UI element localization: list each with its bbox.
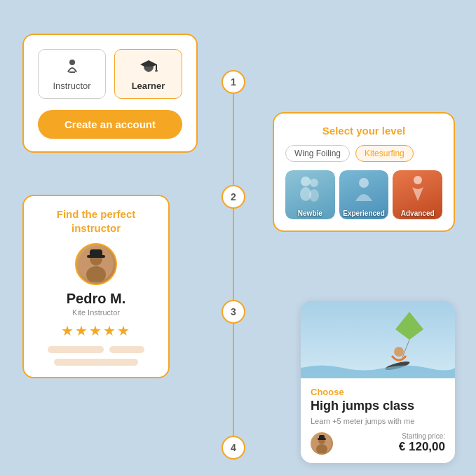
timeline-line-2: [233, 209, 234, 300]
stars-rating: ★★★★★: [35, 322, 157, 339]
class-desc: Learn +5 meter jumps with me: [311, 417, 445, 425]
learner-label: Learner: [132, 81, 165, 91]
instructor-icon: [62, 57, 82, 76]
step-circle-4: 4: [222, 436, 245, 460]
price-block: Starting price: € 120,00: [399, 432, 445, 454]
learner-icon: [139, 57, 158, 76]
pbar-2: [109, 346, 144, 353]
svg-point-7: [310, 179, 318, 187]
svg-point-10: [414, 176, 422, 184]
class-title: High jumps class: [311, 399, 445, 414]
class-footer: Starting price: € 120,00: [311, 432, 445, 455]
role-buttons: Instructor Learner: [38, 49, 182, 99]
avatar-illustration: [79, 247, 114, 282]
experienced-label: Experienced: [339, 207, 389, 219]
svg-rect-25: [319, 435, 325, 440]
instructor-role-btn[interactable]: Instructor: [38, 49, 106, 99]
level-newbie[interactable]: Newbie: [285, 170, 335, 219]
level-advanced[interactable]: Advanced: [393, 170, 442, 219]
step1-card: Instructor Learner Create an account: [22, 34, 198, 153]
kitesurfing-tag[interactable]: Kitesurfing: [355, 145, 414, 162]
choose-label: Choose: [311, 387, 445, 397]
wing-foiling-tag[interactable]: Wing Foiling: [285, 145, 350, 162]
instructor-role: Kite Instructor: [35, 308, 157, 317]
action-placeholder-bars: [35, 346, 157, 366]
step-circle-2: 2: [222, 185, 245, 209]
step3-card: Find the perfect instructor Pedro M. Kit…: [22, 195, 170, 378]
svg-point-9: [359, 178, 369, 188]
instructor-label: Instructor: [53, 81, 90, 91]
level-images: Newbie Experienced Advanced: [285, 170, 442, 219]
kiter-scene: [301, 301, 455, 378]
learner-role-btn[interactable]: Learner: [114, 49, 182, 99]
price-value: € 120,00: [399, 440, 445, 454]
timeline-line-3: [233, 324, 234, 436]
svg-point-0: [69, 60, 75, 65]
svg-point-8: [309, 189, 319, 202]
instructor-name: Pedro M.: [35, 291, 157, 307]
step3-title: Find the perfect instructor: [35, 207, 157, 235]
activity-tags: Wing Foiling Kitesurfing: [285, 145, 442, 162]
level-experienced[interactable]: Experienced: [339, 170, 389, 219]
newbie-image: [294, 174, 325, 205]
pbar-3: [54, 359, 138, 366]
advanced-label: Advanced: [393, 207, 442, 219]
svg-rect-3: [156, 64, 157, 70]
instructor-thumb-avatar: [312, 434, 332, 453]
step2-title: Select your level: [285, 125, 442, 137]
timeline-line-1: [233, 94, 234, 185]
class-image: [301, 301, 455, 378]
experienced-image: [348, 174, 379, 205]
instructor-avatar: [75, 243, 117, 285]
svg-point-5: [301, 177, 311, 186]
newbie-label: Newbie: [285, 207, 335, 219]
svg-rect-15: [90, 249, 102, 258]
step2-card: Select your level Wing Foiling Kitesurfi…: [273, 112, 455, 232]
advanced-image: [402, 173, 433, 208]
step-circle-3: 3: [222, 300, 245, 324]
instructor-thumbnail: [311, 432, 333, 455]
svg-point-19: [394, 347, 404, 357]
step-timeline: 1 2 3 4: [222, 70, 245, 460]
class-info: Choose High jumps class Learn +5 meter j…: [301, 378, 455, 463]
starting-price-label: Starting price:: [399, 432, 445, 440]
create-account-button[interactable]: Create an account: [38, 110, 182, 139]
step4-card: Choose High jumps class Learn +5 meter j…: [301, 301, 455, 463]
pbar-1: [48, 346, 104, 353]
svg-point-4: [155, 70, 158, 72]
step-circle-1: 1: [222, 70, 245, 94]
